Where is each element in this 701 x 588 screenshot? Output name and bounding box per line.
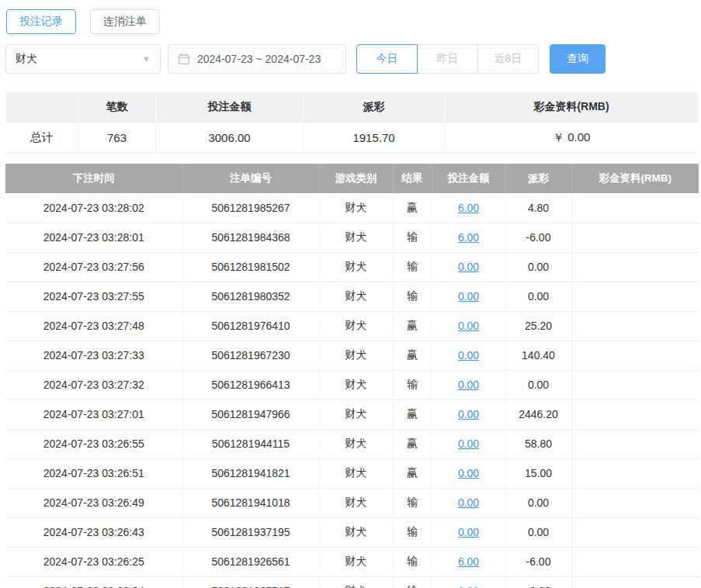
bet-amount-link[interactable]: 0.00: [458, 261, 479, 273]
records-header-game-type: 游戏类别: [319, 164, 393, 193]
records-header-bonus: 彩金资料(RMB): [571, 164, 699, 193]
bet-time-cell: 2024-07-23 03:27:01: [5, 399, 182, 429]
game-type-cell: 财犬: [319, 193, 393, 223]
records-header-row: 下注时间 注单编号 游戏类别 结果 投注金额 派彩 彩金资料(RMB): [5, 164, 699, 193]
bet-amount-link[interactable]: 0.00: [458, 408, 479, 420]
bet-amount-cell: 6.00: [432, 193, 505, 223]
payout-cell: -6.00: [505, 576, 571, 588]
bonus-cell: [571, 429, 699, 458]
result-cell: 输: [393, 252, 432, 282]
bonus-cell: [571, 370, 699, 399]
bet-time-cell: 2024-07-23 03:26:24: [5, 576, 182, 588]
result-cell: 赢: [393, 429, 432, 458]
table-row: 2024-07-23 03:26:49 5061281941018 财犬 输 0…: [5, 488, 699, 517]
table-row: 2024-07-23 03:26:55 5061281944115 财犬 赢 0…: [5, 429, 699, 458]
records-header-payout: 派彩: [505, 164, 571, 193]
yesterday-button[interactable]: 昨日: [417, 44, 478, 74]
game-type-cell: 财犬: [319, 399, 393, 429]
bet-amount-cell: 6.00: [432, 223, 505, 252]
bet-amount-link[interactable]: 6.00: [458, 202, 479, 214]
bet-amount-link[interactable]: 0.00: [458, 349, 479, 361]
payout-cell: -6.00: [505, 547, 571, 576]
table-row: 2024-07-23 03:27:01 5061281947966 财犬 赢 0…: [5, 399, 699, 429]
tab-cancelled-orders[interactable]: 连消注单: [90, 9, 160, 34]
summary-count-value: 763: [78, 123, 156, 153]
result-cell: 输: [393, 517, 432, 547]
bet-amount-link[interactable]: 0.00: [458, 290, 479, 303]
calendar-icon: [178, 53, 190, 65]
bet-amount-link[interactable]: 0.00: [458, 496, 479, 509]
records-header-order-id: 注单编号: [182, 164, 319, 193]
bet-time-cell: 2024-07-23 03:27:55: [5, 282, 182, 311]
summary-payout-value: 1915.70: [304, 123, 445, 153]
table-row: 2024-07-23 03:28:01 5061281984368 财犬 输 6…: [5, 223, 699, 252]
bonus-cell: [571, 311, 699, 341]
bet-amount-cell: 0.00: [432, 429, 505, 458]
bet-amount-link[interactable]: 6.00: [458, 555, 479, 568]
table-row: 2024-07-23 03:27:33 5061281967230 财犬 赢 0…: [5, 341, 699, 370]
summary-header-row: 笔数 投注金额 派彩 彩金资料(RMB): [6, 92, 699, 123]
query-button[interactable]: 查询: [550, 44, 606, 74]
records-header-result: 结果: [393, 164, 432, 193]
order-id-cell: 5061281967230: [182, 341, 319, 370]
summary-header-bonus: 彩金资料(RMB): [445, 92, 699, 123]
game-select[interactable]: 财犬 ▼: [5, 44, 161, 74]
bet-time-cell: 2024-07-23 03:26:43: [5, 517, 182, 547]
summary-header-payout: 派彩: [304, 92, 445, 123]
bet-time-cell: 2024-07-23 03:26:55: [5, 429, 182, 458]
bet-amount-link[interactable]: 6.00: [458, 585, 479, 588]
bet-time-cell: 2024-07-23 03:26:51: [5, 458, 182, 488]
summary-header-empty: [6, 92, 78, 123]
game-type-cell: 财犬: [319, 429, 393, 458]
game-type-cell: 财犬: [319, 252, 393, 282]
bet-amount-link[interactable]: 0.00: [458, 379, 479, 391]
payout-cell: -6.00: [505, 223, 571, 252]
today-button[interactable]: 今日: [356, 44, 418, 74]
summary-total-row: 总计 763 3006.00 1915.70 ￥ 0.00: [6, 123, 699, 153]
table-row: 2024-07-23 03:27:56 5061281981502 财犬 输 0…: [5, 252, 699, 282]
bet-amount-cell: 6.00: [432, 547, 505, 576]
result-cell: 赢: [393, 458, 432, 488]
table-row: 2024-07-23 03:28:02 5061281985267 财犬 赢 6…: [5, 193, 699, 223]
table-row: 2024-07-23 03:26:43 5061281937195 财犬 输 0…: [5, 517, 699, 547]
game-type-cell: 财犬: [319, 458, 393, 488]
bonus-cell: [571, 458, 699, 488]
bet-amount-cell: 0.00: [432, 311, 505, 341]
order-id-cell: 5061281976410: [182, 311, 319, 341]
last-8-days-button[interactable]: 近8日: [477, 44, 539, 74]
date-range-picker[interactable]: 2024-07-23 ~ 2024-07-23: [168, 44, 346, 74]
payout-cell: 0.00: [505, 370, 571, 399]
bet-amount-link[interactable]: 0.00: [458, 320, 479, 332]
order-id-cell: 5061281981502: [182, 252, 319, 282]
payout-cell: 4.80: [505, 193, 571, 223]
bonus-cell: [571, 399, 699, 429]
date-range-value: 2024-07-23 ~ 2024-07-23: [197, 53, 321, 65]
bet-amount-link[interactable]: 0.00: [458, 467, 479, 479]
bonus-cell: [571, 223, 699, 252]
result-cell: 赢: [393, 399, 432, 429]
order-id-cell: 5061281941018: [182, 488, 319, 517]
bet-amount-link[interactable]: 0.00: [458, 438, 479, 450]
game-type-cell: 财犬: [319, 576, 393, 588]
bet-time-cell: 2024-07-23 03:28:01: [5, 223, 182, 252]
bet-time-cell: 2024-07-23 03:27:56: [5, 252, 182, 282]
order-id-cell: 5061281966413: [182, 370, 319, 399]
result-cell: 输: [393, 223, 432, 252]
summary-bonus-value: ￥ 0.00: [445, 123, 699, 153]
payout-cell: 2446.20: [505, 399, 571, 429]
bet-time-cell: 2024-07-23 03:28:02: [5, 193, 182, 223]
bonus-cell: [571, 517, 699, 547]
tab-betting-records[interactable]: 投注记录: [6, 9, 76, 34]
game-type-cell: 财犬: [319, 282, 393, 311]
records-header-bet-time: 下注时间: [5, 164, 182, 193]
payout-cell: 0.00: [505, 488, 571, 517]
table-row: 2024-07-23 03:26:25 5061281926561 财犬 输 6…: [5, 547, 699, 576]
bet-amount-link[interactable]: 0.00: [458, 526, 479, 538]
bet-amount-link[interactable]: 6.00: [458, 231, 479, 244]
bonus-cell: [571, 252, 699, 282]
bet-amount-cell: 6.00: [432, 576, 505, 588]
result-cell: 输: [393, 576, 432, 588]
payout-cell: 15.00: [505, 458, 571, 488]
game-type-cell: 财犬: [319, 517, 393, 547]
order-id-cell: 5061281984368: [182, 223, 319, 252]
